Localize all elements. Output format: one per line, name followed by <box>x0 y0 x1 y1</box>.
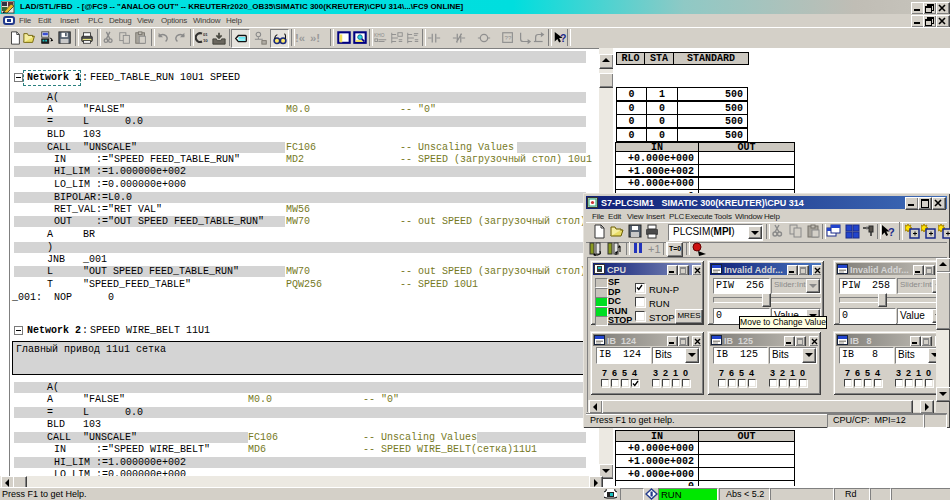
svg-text:KHO: KHO <box>374 33 385 38</box>
svg-text:»!: »! <box>310 32 320 44</box>
svg-text:01: 01 <box>203 32 208 37</box>
svg-text:10: 10 <box>203 38 208 43</box>
svg-text:?: ? <box>560 32 566 44</box>
svg-text:!«: !« <box>295 32 305 44</box>
svg-text:??: ?? <box>505 34 512 41</box>
svg-text:?: ? <box>888 226 895 238</box>
